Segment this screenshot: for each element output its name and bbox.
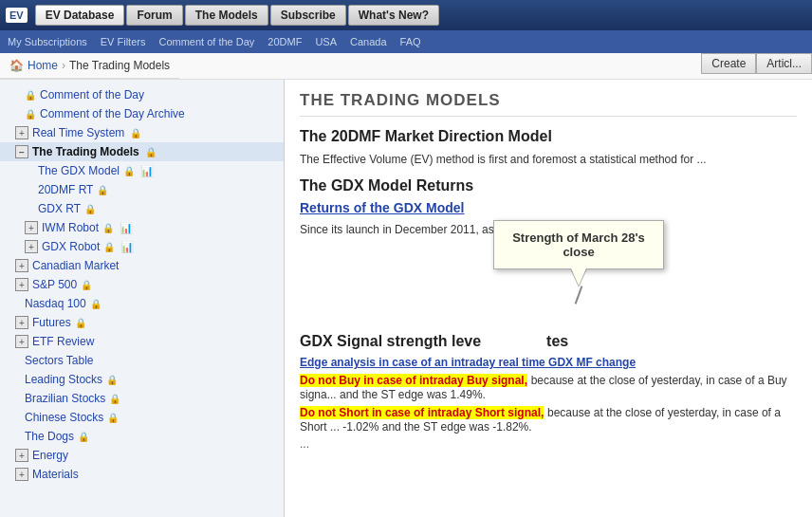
section3-area: GDX Signal strength leve tes Edge analys… xyxy=(300,333,797,451)
sidebar: 🔒 Comment of the Day 🔒 Comment of the Da… xyxy=(0,80,285,517)
sidebar-label: GDX Robot xyxy=(42,240,100,253)
lock-icon: 🔒 xyxy=(75,318,86,328)
sidebar-label: 20DMF RT xyxy=(38,183,93,196)
sidebar-label: Energy xyxy=(32,449,68,462)
lock-icon: 🔒 xyxy=(90,299,102,309)
sidebar-label: Sectors Table xyxy=(25,354,94,367)
nav-ev-database[interactable]: EV Database xyxy=(35,5,125,26)
callout-text: Strength of March 28's close xyxy=(512,231,645,259)
expand-icon: + xyxy=(25,240,38,253)
expand-icon: + xyxy=(15,278,28,291)
main-layout: 🔒 Comment of the Day 🔒 Comment of the Da… xyxy=(0,80,812,517)
breadcrumb-separator: › xyxy=(62,59,65,72)
lock-icon: 🔒 xyxy=(109,394,120,404)
create-button[interactable]: Create xyxy=(701,53,756,74)
sub-nav-faq[interactable]: FAQ xyxy=(400,36,421,47)
sidebar-item-energy[interactable]: + Energy xyxy=(0,446,284,465)
sidebar-label: Materials xyxy=(32,468,79,481)
breadcrumb: 🏠 Home › The Trading Models xyxy=(0,53,179,79)
line2-highlight: Do not Short in case of intraday Short s… xyxy=(300,406,544,419)
lock-icon: 🔒 xyxy=(97,185,108,195)
sidebar-item-sp500[interactable]: + S&P 500 🔒 xyxy=(0,275,284,294)
sub-nav-usa[interactable]: USA xyxy=(315,36,337,47)
nav-subscribe[interactable]: Subscribe xyxy=(270,5,346,26)
nav-forum[interactable]: Forum xyxy=(126,5,182,26)
sidebar-label: Futures xyxy=(32,316,71,329)
sidebar-label: Real Time System xyxy=(32,126,124,139)
lock-icon: 🔒 xyxy=(81,280,92,290)
sidebar-item-20dmf-rt[interactable]: 20DMF RT 🔒 xyxy=(0,180,284,199)
callout-box: Strength of March 28's close xyxy=(493,220,664,269)
content-area: THE TRADING MODELS The 20DMF Market Dire… xyxy=(285,80,812,517)
sub-nav-filters[interactable]: EV Filters xyxy=(101,36,146,47)
sidebar-label: Comment of the Day Archive xyxy=(40,107,185,120)
section3-title: GDX Signal strength leve tes xyxy=(300,333,797,350)
lock-icon: 🔒 xyxy=(78,432,89,442)
section2-title: The GDX Model Returns xyxy=(300,177,797,194)
sidebar-item-gdx-robot[interactable]: + GDX Robot 🔒 📊 xyxy=(0,237,284,256)
sidebar-label: S&P 500 xyxy=(32,278,77,291)
sidebar-item-leading-stocks[interactable]: Leading Stocks 🔒 xyxy=(0,370,284,389)
sidebar-item-canadian-market[interactable]: + Canadian Market xyxy=(0,256,284,275)
sidebar-label: Comment of the Day xyxy=(40,88,144,102)
logo: EV xyxy=(6,8,28,23)
page-title: THE TRADING MODELS xyxy=(300,91,797,117)
sidebar-label: Nasdaq 100 xyxy=(25,297,86,310)
line1: Do not Buy in case of intraday Buy signa… xyxy=(300,373,797,401)
sidebar-item-nasdaq100[interactable]: Nasdaq 100 🔒 xyxy=(0,294,284,313)
line2: Do not Short in case of intraday Short s… xyxy=(300,405,797,434)
lock-icon: 🔒 xyxy=(130,128,141,138)
sidebar-label: Canadian Market xyxy=(32,259,119,272)
sub-nav-20dmf[interactable]: 20DMF xyxy=(268,36,302,47)
sidebar-label: Brazilian Stocks xyxy=(25,392,105,405)
sidebar-item-real-time[interactable]: + Real Time System 🔒 xyxy=(0,123,284,142)
sub-nav-comment[interactable]: Comment of the Day xyxy=(158,36,254,47)
collapse-icon: − xyxy=(15,145,28,158)
sidebar-label: ETF Review xyxy=(32,335,94,348)
lock-icon: 🔒 xyxy=(106,375,118,385)
sidebar-item-futures[interactable]: + Futures 🔒 xyxy=(0,313,284,332)
sub-nav-bar: My Subscriptions EV Filters Comment of t… xyxy=(0,30,812,53)
sidebar-item-gdx-model[interactable]: The GDX Model 🔒 📊 xyxy=(0,161,284,180)
sidebar-item-chinese-stocks[interactable]: Chinese Stocks 🔒 xyxy=(0,408,284,427)
sidebar-item-comment-archive[interactable]: 🔒 Comment of the Day Archive xyxy=(0,104,284,123)
sidebar-item-brazilian-stocks[interactable]: Brazilian Stocks 🔒 xyxy=(0,389,284,408)
section2-subtitle[interactable]: Returns of the GDX Model xyxy=(300,200,797,215)
expand-icon: + xyxy=(15,468,28,481)
section1-title: The 20DMF Market Direction Model xyxy=(300,128,797,145)
section1-text: The Effective Volume (EV) method is firs… xyxy=(300,151,797,168)
expand-icon: + xyxy=(25,221,38,234)
lock-icon: 🔒 xyxy=(25,109,36,120)
lock-icon: 🔒 xyxy=(103,242,115,252)
lock-icon: 🔒 xyxy=(123,166,135,176)
nav-models[interactable]: The Models xyxy=(185,5,268,26)
breadcrumb-home-link[interactable]: Home xyxy=(28,59,58,72)
sidebar-item-sectors-table[interactable]: Sectors Table xyxy=(0,351,284,370)
chart-icon: 📊 xyxy=(140,165,154,177)
sidebar-label: IWM Robot xyxy=(42,221,99,234)
sub-nav-subscriptions[interactable]: My Subscriptions xyxy=(8,36,87,47)
sidebar-item-etf-review[interactable]: + ETF Review xyxy=(0,332,284,351)
nav-whats-new[interactable]: What's New? xyxy=(348,5,439,26)
sidebar-item-trading-models[interactable]: − The Trading Models 🔒 xyxy=(0,142,284,161)
expand-icon: + xyxy=(15,449,28,462)
home-icon: 🏠 xyxy=(9,59,24,72)
line1-highlight: Do not Buy in case of intraday Buy signa… xyxy=(300,374,527,387)
sidebar-item-iwm-robot[interactable]: + IWM Robot 🔒 📊 xyxy=(0,218,284,237)
sidebar-item-comment-day[interactable]: 🔒 Comment of the Day xyxy=(0,85,284,104)
lock-icon: 🔒 xyxy=(84,204,96,214)
article-button[interactable]: Articl... xyxy=(756,53,812,74)
sidebar-label: The Dogs xyxy=(25,430,74,443)
expand-icon: + xyxy=(15,126,28,139)
lock-icon: 🔒 xyxy=(102,223,114,233)
sidebar-item-gdx-rt[interactable]: GDX RT 🔒 xyxy=(0,199,284,218)
expand-icon: + xyxy=(15,259,28,272)
sidebar-item-dogs[interactable]: The Dogs 🔒 xyxy=(0,427,284,446)
chart-icon: 📊 xyxy=(120,241,134,253)
sidebar-item-materials[interactable]: + Materials xyxy=(0,465,284,484)
expand-icon: + xyxy=(15,316,28,329)
sidebar-label: The Trading Models xyxy=(32,145,139,158)
edge-analysis-label[interactable]: Edge analysis in case of an intraday rea… xyxy=(300,356,797,369)
sub-nav-canada[interactable]: Canada xyxy=(350,36,387,47)
sidebar-label: Leading Stocks xyxy=(25,373,102,386)
